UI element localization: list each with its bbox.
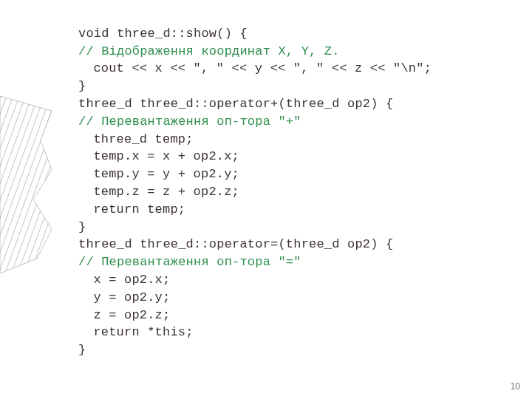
code-line: }	[78, 220, 86, 234]
code-line: }	[78, 343, 86, 357]
code-line: y = op2.y;	[93, 290, 170, 304]
code-line: return temp;	[93, 202, 185, 216]
code-line: z = op2.z;	[93, 308, 170, 322]
code-line: return *this;	[93, 325, 193, 339]
code-line: void three_d::show() {	[78, 27, 248, 41]
code-comment: // Перевантаження оп-тора "+"	[78, 115, 301, 129]
code-line: three_d temp;	[93, 132, 193, 146]
code-comment: // Перевантаження оп-тора "="	[78, 255, 301, 269]
code-comment: // Відображення координат X, Y, Z.	[78, 44, 340, 58]
code-line: three_d three_d::operator=(three_d op2) …	[78, 237, 393, 251]
code-line: three_d three_d::operator+(three_d op2) …	[78, 97, 393, 111]
code-line: x = op2.x;	[93, 273, 170, 287]
code-line: temp.z = z + op2.z;	[93, 185, 239, 199]
code-line: temp.y = y + op2.y;	[93, 167, 239, 181]
page-number: 10	[511, 381, 520, 392]
code-block: void three_d::show() { // Відображення к…	[78, 7, 432, 359]
code-line: temp.x = x + op2.x;	[93, 149, 239, 163]
code-line: cout << x << ", " << y << ", " << z << "…	[93, 61, 432, 75]
code-line: }	[78, 79, 86, 93]
decorative-pattern	[0, 96, 52, 273]
slide: void three_d::show() { // Відображення к…	[0, 0, 532, 399]
